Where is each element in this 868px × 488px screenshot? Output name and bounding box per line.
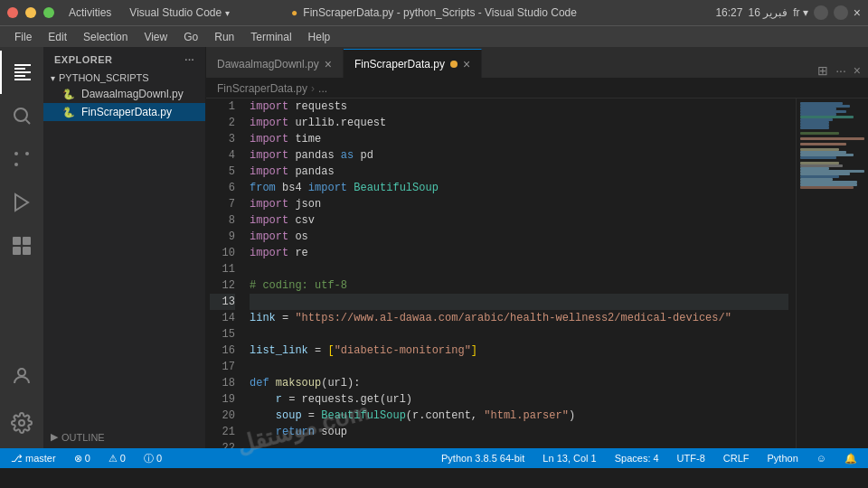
section-label: PYTHON_SCRIPTS <box>59 72 149 83</box>
svg-rect-8 <box>13 247 21 255</box>
feedback-button[interactable]: ☺ <box>813 453 830 465</box>
svg-marker-5 <box>15 194 28 211</box>
line-col[interactable]: Ln 13, Col 1 <box>539 453 599 465</box>
error-count: 0 <box>85 453 90 464</box>
sidebar-header: EXPLORER ··· <box>43 47 205 69</box>
menu-file[interactable]: File <box>7 29 39 45</box>
svg-point-11 <box>19 420 24 426</box>
maximize-dot[interactable] <box>43 7 54 18</box>
tab-finscraperdata[interactable]: FinScraperData.py × <box>344 49 482 78</box>
info-status[interactable]: ⓘ 0 <box>140 452 165 465</box>
code-content[interactable]: import requests import urllib.request im… <box>242 99 796 448</box>
sidebar-section: ▾ PYTHON_SCRIPTS 🐍 DawaalmagDownl.py 🐍 F… <box>43 69 205 123</box>
python-version-text: Python 3.8.5 64-bit <box>441 453 524 464</box>
editor-area: DawaalmagDownl.py × FinScraperData.py × … <box>206 47 868 448</box>
encoding-text: UTF-8 <box>677 453 705 464</box>
code-editor[interactable]: 12345 678910 1112131415 1617181920 21222… <box>206 99 868 448</box>
breadcrumb: FinScraperData.py › ... <box>206 79 868 99</box>
svg-point-4 <box>25 152 29 155</box>
encoding[interactable]: UTF-8 <box>674 453 709 465</box>
outline-section[interactable]: ▶ OUTLINE <box>43 426 205 448</box>
extensions-activity[interactable] <box>0 224 43 267</box>
sidebar-title: EXPLORER <box>54 54 113 65</box>
error-icon: ⊗ <box>74 453 82 465</box>
outline-label: OUTLINE <box>61 432 105 443</box>
locale[interactable]: fr ▾ <box>793 6 808 19</box>
search-activity[interactable] <box>0 94 43 137</box>
notifications-icon: 🔔 <box>844 453 857 465</box>
git-icon: ⎇ <box>11 453 23 465</box>
tab-close-icon[interactable]: × <box>463 58 470 70</box>
menu-terminal[interactable]: Terminal <box>243 29 298 45</box>
main-layout: EXPLORER ··· ▾ PYTHON_SCRIPTS 🐍 Dawaalma… <box>0 47 868 448</box>
minimap <box>796 99 868 448</box>
line-ending-text: CRLF <box>723 453 750 464</box>
tab-name: FinScraperData.py <box>354 58 445 70</box>
menu-selection[interactable]: Selection <box>76 29 135 45</box>
sidebar-section-python[interactable]: ▾ PYTHON_SCRIPTS <box>43 70 205 85</box>
warning-icon: ⚠ <box>108 453 118 465</box>
python-version[interactable]: Python 3.8.5 64-bit <box>438 453 528 465</box>
language-mode[interactable]: Python <box>764 453 802 465</box>
file-dawaalmagdownl[interactable]: 🐍 DawaalmagDownl.py <box>43 85 205 103</box>
menu-run[interactable]: Run <box>207 29 241 45</box>
spaces-text: Spaces: 4 <box>615 453 659 464</box>
tab-actions: ⊞ ··· × <box>482 63 868 78</box>
clock: 16:27 <box>715 6 742 19</box>
menu-edit[interactable]: Edit <box>41 29 74 45</box>
notifications-button[interactable]: 🔔 <box>841 453 861 465</box>
breadcrumb-more: ... <box>318 82 327 95</box>
warnings-status[interactable]: ⚠ 0 <box>105 453 129 465</box>
errors-status[interactable]: ⊗ 0 <box>71 453 94 465</box>
menu-go[interactable]: Go <box>176 29 205 45</box>
settings-activity[interactable] <box>0 401 43 445</box>
line-ending[interactable]: CRLF <box>720 453 753 465</box>
app-name: Visual Studio Code ▾ <box>129 6 229 19</box>
tab-close-icon[interactable]: × <box>325 58 332 70</box>
svg-point-0 <box>14 108 27 121</box>
title-bar: Activities Visual Studio Code ▾ ● FinScr… <box>0 0 868 25</box>
wifi-icon <box>814 5 828 20</box>
line-col-text: Ln 13, Col 1 <box>542 453 596 464</box>
close-dot[interactable] <box>7 7 18 18</box>
svg-point-10 <box>18 369 25 376</box>
git-branch[interactable]: ⎇ master <box>7 453 60 465</box>
breadcrumb-sep: › <box>311 82 315 95</box>
info-icon: ⓘ <box>144 452 154 465</box>
more-actions-button[interactable]: ··· <box>835 63 846 78</box>
file-finscraperdata[interactable]: 🐍 FinScraperData.py <box>43 103 205 121</box>
warning-count: 0 <box>120 453 126 464</box>
debug-activity[interactable] <box>0 181 43 224</box>
git-activity[interactable] <box>0 137 43 181</box>
language-text: Python <box>768 453 798 464</box>
spaces[interactable]: Spaces: 4 <box>611 453 663 465</box>
svg-point-2 <box>14 152 18 155</box>
close-all-button[interactable]: × <box>854 63 861 78</box>
sidebar-more-button[interactable]: ··· <box>184 54 194 65</box>
line-numbers: 12345 678910 1112131415 1617181920 21222… <box>206 99 242 448</box>
date: 16 فبریر <box>748 6 788 19</box>
topbar-actions: 16:27 16 فبریر fr ▾ × <box>715 5 861 20</box>
svg-rect-6 <box>13 237 21 245</box>
status-bar: ⎇ master ⊗ 0 ⚠ 0 ⓘ 0 Python 3.8.5 64-bit… <box>0 448 868 468</box>
tab-dawaalmagdownl[interactable]: DawaalmagDownl.py × <box>206 49 344 78</box>
explorer-activity[interactable] <box>0 51 43 94</box>
menu-view[interactable]: View <box>137 29 175 45</box>
git-branch-name: master <box>25 453 56 464</box>
editor-tabs: DawaalmagDownl.py × FinScraperData.py × … <box>206 47 868 79</box>
feedback-icon: ☺ <box>816 453 826 464</box>
menu-help[interactable]: Help <box>301 29 338 45</box>
python-file-icon: 🐍 <box>61 105 76 119</box>
split-editor-button[interactable]: ⊞ <box>817 63 828 78</box>
svg-line-1 <box>26 120 30 124</box>
activities-label: Activities <box>69 6 111 19</box>
title-text: FinScraperData.py - python_Scripts - Vis… <box>303 6 577 19</box>
activity-bar <box>0 47 43 448</box>
svg-rect-7 <box>23 237 31 245</box>
minimize-dot[interactable] <box>25 7 36 18</box>
python-file-icon: 🐍 <box>61 87 76 101</box>
tab-name: DawaalmagDownl.py <box>217 58 319 70</box>
close-button[interactable]: × <box>854 5 861 20</box>
breadcrumb-file: FinScraperData.py <box>217 82 307 95</box>
avatar-activity[interactable] <box>0 354 43 398</box>
